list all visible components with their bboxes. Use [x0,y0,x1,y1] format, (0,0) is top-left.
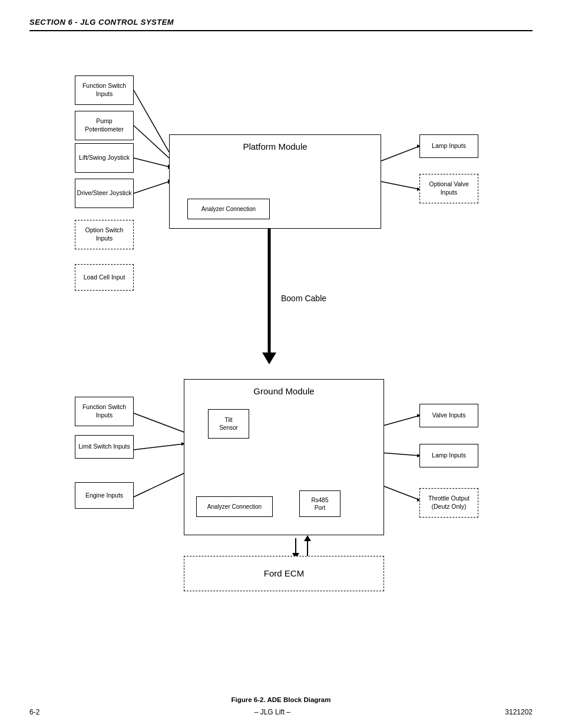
throttle-output-box: Throttle Output (Deutz Only) [419,488,478,518]
limit-switch-inputs-box: Limit Switch Inputs [75,435,134,459]
svg-line-2 [134,158,169,167]
ground-module-box: Ground Module Tilt Sensor Analyzer Conne… [184,379,384,535]
analyzer-connection-bottom-box: Analyzer Connection [196,496,273,517]
svg-marker-26 [304,535,311,541]
svg-line-8 [381,182,419,189]
boom-cable-label: Boom Cable [281,294,326,303]
function-switch-inputs-bottom-box: Function Switch Inputs [75,397,134,426]
page-footer: 6-2 – JLG Lift – 3121202 [29,708,533,716]
diagram-container: Function Switch Inputs Pump Potentiomete… [39,43,523,686]
page: SECTION 6 - JLG CONTROL SYSTEM [0,0,562,728]
svg-line-21 [381,485,419,500]
valve-inputs-box: Valve Inputs [419,404,478,427]
figure-caption: Figure 6-2. ADE Block Diagram [39,696,523,703]
svg-line-14 [134,444,184,450]
optional-valve-inputs-box: Optional Valve Inputs [419,174,478,203]
section-title: SECTION 6 - JLG CONTROL SYSTEM [29,18,174,27]
pump-potentiometer-box: Pump Potentiometer [75,111,134,140]
footer-doc-number: 3121202 [505,708,533,716]
tilt-sensor-box: Tilt Sensor [208,409,249,439]
lamp-inputs-top-box: Lamp Inputs [419,134,478,158]
analyzer-connection-top-box: Analyzer Connection [187,199,270,219]
function-switch-inputs-top-box: Function Switch Inputs [75,75,134,105]
footer-center: – JLG Lift – [254,708,290,716]
svg-line-0 [134,90,169,152]
svg-line-19 [381,453,419,456]
engine-inputs-box: Engine Inputs [75,482,134,509]
svg-line-6 [381,146,419,161]
lamp-inputs-bottom-box: Lamp Inputs [419,444,478,467]
svg-line-17 [381,416,419,426]
rs485-port-box: Rs485 Port [299,490,340,517]
svg-marker-12 [262,353,276,364]
load-cell-input-box: Load Cell Input [75,264,134,291]
ford-ecm-box: Ford ECM [184,556,384,591]
footer-page-number: 6-2 [29,708,39,716]
lift-swing-joystick-box: Lift/Swing Joystick [75,143,134,173]
svg-line-13 [134,413,184,432]
drive-steer-joystick-box: Drive/Steer Joystick [75,179,134,208]
option-switch-inputs-box: Option Switch Inputs [75,220,134,249]
svg-line-16 [134,473,184,497]
svg-line-1 [134,126,169,158]
svg-line-4 [134,182,169,193]
page-header: SECTION 6 - JLG CONTROL SYSTEM [29,18,533,31]
platform-module-box: Platform Module Analyzer Connection [169,134,381,229]
